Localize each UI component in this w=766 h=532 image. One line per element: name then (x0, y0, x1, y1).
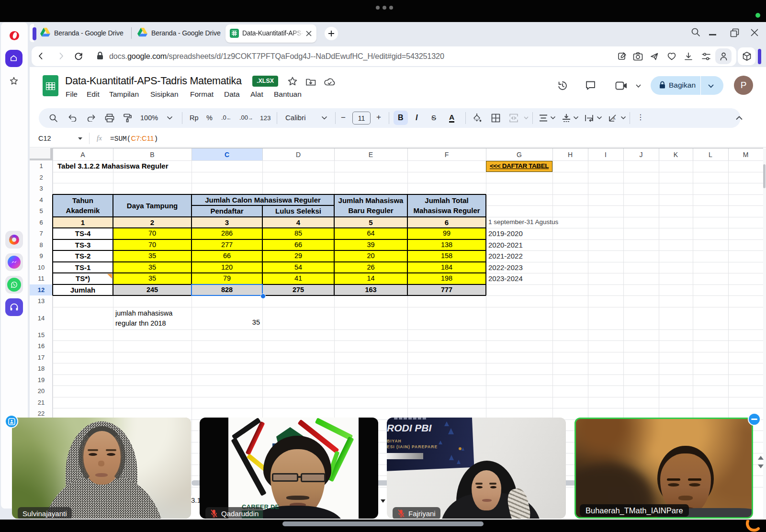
svg-text:A: A (613, 116, 616, 121)
